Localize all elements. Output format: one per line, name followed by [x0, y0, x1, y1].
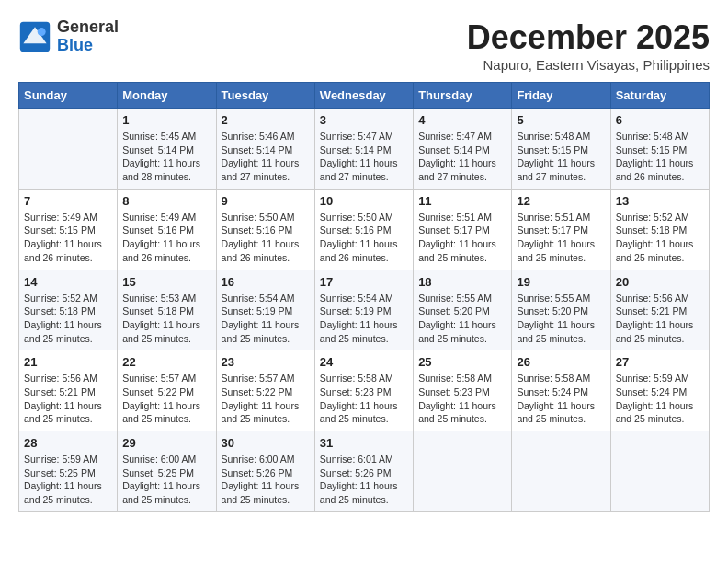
- calendar-cell: 14Sunrise: 5:52 AM Sunset: 5:18 PM Dayli…: [19, 270, 118, 350]
- calendar-cell: [512, 431, 610, 512]
- col-header-sunday: Sunday: [19, 83, 118, 109]
- logo: General Blue: [18, 18, 119, 55]
- day-detail: Sunrise: 5:50 AM Sunset: 5:16 PM Dayligh…: [222, 211, 310, 265]
- calendar-cell: 1Sunrise: 5:45 AM Sunset: 5:14 PM Daylig…: [118, 109, 216, 190]
- day-detail: Sunrise: 5:47 AM Sunset: 5:14 PM Dayligh…: [320, 130, 408, 184]
- day-number: 13: [616, 194, 704, 208]
- svg-point-2: [38, 28, 46, 36]
- day-number: 16: [222, 275, 310, 289]
- day-number: 27: [616, 355, 704, 369]
- day-detail: Sunrise: 5:49 AM Sunset: 5:15 PM Dayligh…: [24, 211, 112, 265]
- calendar-cell: 2Sunrise: 5:46 AM Sunset: 5:14 PM Daylig…: [216, 109, 314, 190]
- calendar-cell: 26Sunrise: 5:58 AM Sunset: 5:24 PM Dayli…: [512, 350, 610, 431]
- calendar-cell: 20Sunrise: 5:56 AM Sunset: 5:21 PM Dayli…: [610, 270, 709, 350]
- day-detail: Sunrise: 5:57 AM Sunset: 5:22 PM Dayligh…: [222, 372, 310, 426]
- day-number: 10: [320, 194, 408, 208]
- calendar-cell: 9Sunrise: 5:50 AM Sunset: 5:16 PM Daylig…: [216, 189, 314, 270]
- day-number: 17: [320, 275, 408, 289]
- subtitle: Napuro, Eastern Visayas, Philippines: [467, 57, 710, 73]
- calendar-cell: 21Sunrise: 5:56 AM Sunset: 5:21 PM Dayli…: [19, 350, 118, 431]
- day-detail: Sunrise: 5:56 AM Sunset: 5:21 PM Dayligh…: [616, 292, 704, 346]
- calendar-cell: 13Sunrise: 5:52 AM Sunset: 5:18 PM Dayli…: [610, 189, 709, 270]
- day-detail: Sunrise: 5:59 AM Sunset: 5:24 PM Dayligh…: [616, 372, 704, 426]
- day-number: 24: [320, 355, 408, 369]
- calendar-cell: 30Sunrise: 6:00 AM Sunset: 5:26 PM Dayli…: [216, 431, 314, 512]
- day-detail: Sunrise: 5:47 AM Sunset: 5:14 PM Dayligh…: [418, 130, 506, 184]
- calendar-cell: 22Sunrise: 5:57 AM Sunset: 5:22 PM Dayli…: [118, 350, 216, 431]
- header: General Blue December 2025 Napuro, Easte…: [18, 18, 710, 73]
- day-number: 21: [24, 355, 112, 369]
- day-number: 15: [122, 275, 210, 289]
- calendar-cell: 8Sunrise: 5:49 AM Sunset: 5:16 PM Daylig…: [118, 189, 216, 270]
- day-number: 5: [517, 113, 605, 127]
- day-number: 6: [616, 113, 704, 127]
- day-detail: Sunrise: 5:58 AM Sunset: 5:23 PM Dayligh…: [418, 372, 506, 426]
- col-header-saturday: Saturday: [610, 83, 709, 109]
- calendar-cell: 25Sunrise: 5:58 AM Sunset: 5:23 PM Dayli…: [414, 350, 512, 431]
- calendar-cell: 3Sunrise: 5:47 AM Sunset: 5:14 PM Daylig…: [314, 109, 413, 190]
- day-number: 22: [122, 355, 210, 369]
- calendar-cell: 15Sunrise: 5:53 AM Sunset: 5:18 PM Dayli…: [118, 270, 216, 350]
- calendar-cell: 28Sunrise: 5:59 AM Sunset: 5:25 PM Dayli…: [19, 431, 118, 512]
- col-header-friday: Friday: [512, 83, 610, 109]
- day-number: 19: [517, 275, 605, 289]
- day-number: 30: [222, 436, 310, 450]
- day-number: 26: [517, 355, 605, 369]
- day-detail: Sunrise: 5:59 AM Sunset: 5:25 PM Dayligh…: [24, 453, 112, 507]
- calendar-table: SundayMondayTuesdayWednesdayThursdayFrid…: [18, 82, 710, 512]
- calendar-cell: 18Sunrise: 5:55 AM Sunset: 5:20 PM Dayli…: [414, 270, 512, 350]
- day-number: 29: [122, 436, 210, 450]
- calendar-cell: 31Sunrise: 6:01 AM Sunset: 5:26 PM Dayli…: [314, 431, 413, 512]
- day-number: 20: [616, 275, 704, 289]
- day-detail: Sunrise: 5:55 AM Sunset: 5:20 PM Dayligh…: [517, 292, 605, 346]
- day-number: 31: [320, 436, 408, 450]
- calendar-cell: 16Sunrise: 5:54 AM Sunset: 5:19 PM Dayli…: [216, 270, 314, 350]
- calendar-cell: 7Sunrise: 5:49 AM Sunset: 5:15 PM Daylig…: [19, 189, 118, 270]
- calendar-cell: 10Sunrise: 5:50 AM Sunset: 5:16 PM Dayli…: [314, 189, 413, 270]
- day-number: 23: [222, 355, 310, 369]
- day-detail: Sunrise: 6:01 AM Sunset: 5:26 PM Dayligh…: [320, 453, 408, 507]
- day-detail: Sunrise: 5:45 AM Sunset: 5:14 PM Dayligh…: [122, 130, 210, 184]
- day-detail: Sunrise: 5:49 AM Sunset: 5:16 PM Dayligh…: [122, 211, 210, 265]
- day-detail: Sunrise: 5:50 AM Sunset: 5:16 PM Dayligh…: [320, 211, 408, 265]
- calendar-cell: 24Sunrise: 5:58 AM Sunset: 5:23 PM Dayli…: [314, 350, 413, 431]
- day-detail: Sunrise: 5:56 AM Sunset: 5:21 PM Dayligh…: [24, 372, 112, 426]
- day-detail: Sunrise: 5:48 AM Sunset: 5:15 PM Dayligh…: [517, 130, 605, 184]
- calendar-cell: 27Sunrise: 5:59 AM Sunset: 5:24 PM Dayli…: [610, 350, 709, 431]
- calendar-cell: [414, 431, 512, 512]
- title-area: December 2025 Napuro, Eastern Visayas, P…: [467, 18, 710, 73]
- day-number: 1: [122, 113, 210, 127]
- day-detail: Sunrise: 6:00 AM Sunset: 5:25 PM Dayligh…: [122, 453, 210, 507]
- day-detail: Sunrise: 5:58 AM Sunset: 5:23 PM Dayligh…: [320, 372, 408, 426]
- day-number: 4: [418, 113, 506, 127]
- day-number: 7: [24, 194, 112, 208]
- day-detail: Sunrise: 5:52 AM Sunset: 5:18 PM Dayligh…: [616, 211, 704, 265]
- col-header-thursday: Thursday: [414, 83, 512, 109]
- calendar-cell: 12Sunrise: 5:51 AM Sunset: 5:17 PM Dayli…: [512, 189, 610, 270]
- logo-icon: [18, 20, 51, 53]
- day-detail: Sunrise: 5:55 AM Sunset: 5:20 PM Dayligh…: [418, 292, 506, 346]
- calendar-cell: 11Sunrise: 5:51 AM Sunset: 5:17 PM Dayli…: [414, 189, 512, 270]
- col-header-wednesday: Wednesday: [314, 83, 413, 109]
- calendar-cell: 4Sunrise: 5:47 AM Sunset: 5:14 PM Daylig…: [414, 109, 512, 190]
- logo-text: General Blue: [57, 18, 119, 55]
- col-header-monday: Monday: [118, 83, 216, 109]
- calendar-cell: 5Sunrise: 5:48 AM Sunset: 5:15 PM Daylig…: [512, 109, 610, 190]
- calendar-cell: 6Sunrise: 5:48 AM Sunset: 5:15 PM Daylig…: [610, 109, 709, 190]
- calendar-cell: 29Sunrise: 6:00 AM Sunset: 5:25 PM Dayli…: [118, 431, 216, 512]
- day-number: 8: [122, 194, 210, 208]
- day-number: 12: [517, 194, 605, 208]
- day-detail: Sunrise: 5:48 AM Sunset: 5:15 PM Dayligh…: [616, 130, 704, 184]
- day-number: 14: [24, 275, 112, 289]
- day-detail: Sunrise: 5:46 AM Sunset: 5:14 PM Dayligh…: [222, 130, 310, 184]
- day-number: 3: [320, 113, 408, 127]
- calendar-cell: 19Sunrise: 5:55 AM Sunset: 5:20 PM Dayli…: [512, 270, 610, 350]
- day-number: 9: [222, 194, 310, 208]
- calendar-cell: [610, 431, 709, 512]
- calendar-cell: 17Sunrise: 5:54 AM Sunset: 5:19 PM Dayli…: [314, 270, 413, 350]
- day-detail: Sunrise: 5:53 AM Sunset: 5:18 PM Dayligh…: [122, 292, 210, 346]
- col-header-tuesday: Tuesday: [216, 83, 314, 109]
- day-number: 11: [418, 194, 506, 208]
- day-detail: Sunrise: 5:54 AM Sunset: 5:19 PM Dayligh…: [222, 292, 310, 346]
- day-detail: Sunrise: 5:51 AM Sunset: 5:17 PM Dayligh…: [418, 211, 506, 265]
